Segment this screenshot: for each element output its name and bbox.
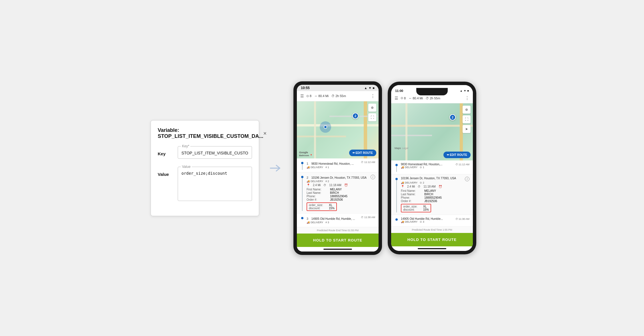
key-field-wrap: Key* [178,146,252,159]
ios-battery-icon: ■ [467,89,469,92]
ios-stop-3-badges: 🚚 DELIVERY ⊙ 3 [401,220,469,223]
stop-1-address: 9830 Homestead Rd, Houston, ... [311,162,354,165]
android-hold-to-start[interactable]: HOLD TO START ROUTE [297,234,379,247]
ios-first-name-value: MELANY [424,189,436,192]
stop-1-clock-icon: ⏱ [361,161,363,164]
arrow-icon [269,162,283,174]
duration-stat: ⏱ 2h 55m [331,94,346,98]
ios-hold-to-start[interactable]: HOLD TO START ROUTE [391,233,473,246]
ios-distance-icon: ↔ [409,96,412,100]
ios-stop-2-badges: 🚚 DELIVERY ⊙ 2 [401,181,469,184]
ios-discount-row: discount: 15% [403,208,429,211]
stop-2-info-icon[interactable]: i [371,175,375,179]
ios-discount-value: 15% [423,208,429,211]
ios-stop-2-address: 10196 Jensen Dr, Houston, TX 77093, USA [401,177,456,180]
ios-delivery-icon-2: 🚚 [401,181,404,184]
ios-stop-3-time: 11:30 AM [459,218,469,220]
android-home-bar [297,247,379,252]
ios-stop-2-content: 10196 Jensen Dr, Houston, TX 77093, USA … [401,177,469,212]
wifi-icon: ▼ [368,86,371,90]
config-panel-title: Variable: STOP_LIST_ITEM_VISIBLE_CUSTOM_… [158,127,263,139]
ios-clock-2: ⏱ [418,185,421,188]
ios-last-name-row: Last Name: BIRCH [401,193,469,196]
ios-layers-icon[interactable]: ⊕ [463,106,471,114]
ios-more-icon[interactable]: ⋮ [465,95,469,101]
android-route-stats: ⊙ 8 ↔ 80.4 Mi ⏱ 2h 55m [306,94,346,98]
expand-icon[interactable]: ⛶ [368,113,376,121]
ios-stop-2-arrival: 11:18 AM [423,185,435,188]
stop-2-line [302,178,303,211]
key-field-container: Key* [178,146,252,159]
android-stop-list: 1 9830 Homestead Rd, Houston, ... ⏱ 11:1… [297,158,379,227]
ios-map-marker: 2 [449,114,456,120]
android-edit-route-button[interactable]: ✏ EDIT ROUTE [349,150,376,156]
stop-1-dot [301,162,303,164]
android-custom-data-box: order_size: XL discount: 15% [307,202,337,211]
first-name-label: First Name: [307,188,327,191]
pin-icon: ⊙ [306,94,309,98]
ios-time: 11:00 [395,89,403,92]
order-row: Order #: JB192506 [307,198,375,201]
ios-expand-icon[interactable]: ⛶ [463,115,471,123]
ios-stop-3-num: ⊙ 3 [420,220,424,223]
key-label: Key [158,146,178,156]
stop-3-address: 14905 Old Humble Rd, Humble, ... [311,217,355,220]
stop-2-dist-time: 📍 2.4 Mi ⏱ 11:18 AM ⏰ [307,184,375,187]
ios-phone-row: Phone: 18885529045 [401,196,469,199]
ios-last-name-label: Last Name: [401,193,421,196]
stop-3-number: 3 [307,216,310,220]
ios-route-header-left: ☰ ⊙ 8 ↔ 80.4 Mi ⏱ [395,96,440,100]
key-field-label: Key* [181,144,190,148]
ios-distance-stat: ↔ 80.4 Mi [409,96,423,100]
stop-2-address: 10196 Jensen Dr, Houston, TX 77093, USA [311,176,367,179]
close-button[interactable]: × [263,130,267,136]
ios-stop-1-content: 9830 Homestead Rd, Houston,... ⏱ 11:12 A… [401,163,469,172]
ios-route-stats: ⊙ 8 ↔ 80.4 Mi ⏱ 2h 55m [401,96,440,100]
ios-duration-stat: ⏱ 2h 55m [426,96,440,100]
android-stop-2: 2 10196 Jensen Dr, Houston, TX 77093, US… [297,172,379,214]
phones-container: 10:55 ▲ ▼ ■ ☰ ⊙ 8 [293,81,476,255]
value-field-wrap: Value order_size;discount [178,167,252,201]
phone-row: Phone: 18885529045 [307,195,375,198]
ios-order-row: Order #: JB192506 [401,200,469,203]
stop-2-arrival: 11:18 AM [329,184,341,187]
ios-notch-area: 11:00 ▲ ▼ ■ [391,85,473,93]
ios-clock-icon: ⏱ [426,96,429,100]
ios-order-size-value: XL [423,205,427,208]
order-label: Order #: [307,198,327,201]
value-textarea[interactable]: order_size;discount [181,171,248,197]
battery-icon: ■ [373,86,375,90]
location-icon: 📍 [307,184,310,187]
ios-hamburger-icon[interactable]: ☰ [395,96,398,100]
ios-pin-icon: ⊙ [401,96,403,100]
ios-discount-label: discount: [403,208,420,211]
value-label: Value [158,167,178,177]
ios-stop-1-address: 9830 Homestead Rd, Houston,... [401,163,443,166]
ios-stop-2-info[interactable]: i [465,177,469,181]
more-icon[interactable]: ⋮ [371,93,375,99]
stop-1-number: 1 [307,161,310,165]
order-value: JB192506 [330,198,343,201]
clock-icon: ⏱ [331,94,335,98]
order-size-row: order_size: XL [309,204,335,207]
ios-edit-route-button[interactable]: ✏ EDIT ROUTE [443,152,471,158]
ios-custom-data-box: order_size: XL discount: 15% [401,204,431,212]
first-name-value: MELANY [330,188,342,191]
key-input[interactable] [181,151,248,155]
android-predicted-route: Predicted Route End Time 01:55 PM [297,227,379,234]
ios-order-label: Order #: [401,200,421,203]
android-stop-1: 1 9830 Homestead Rd, Houston, ... ⏱ 11:1… [297,158,379,172]
signal-icon: ▲ [364,86,367,90]
stop-2-details: First Name: MELANY Last Name: BIRCH Phon… [307,188,375,211]
ios-status-icons: ▲ ▼ ■ [460,89,469,92]
ios-wifi-icon: ▼ [464,89,466,92]
ios-home-bar [391,246,473,251]
hamburger-icon[interactable]: ☰ [300,94,304,98]
target-icon[interactable]: ⊕ [368,104,376,112]
stop-3-time: 11:30 AM [364,216,375,219]
android-time: 10:55 [301,86,310,90]
distance-icon: ↔ [314,94,317,98]
stop-2-badges: 🚚 DELIVERY # 2 [307,180,375,183]
ios-navigate-icon[interactable]: ➤ [463,125,471,133]
android-stop-3: 3 14905 Old Humble Rd, Humble, ... ⏱ 11:… [297,214,379,227]
